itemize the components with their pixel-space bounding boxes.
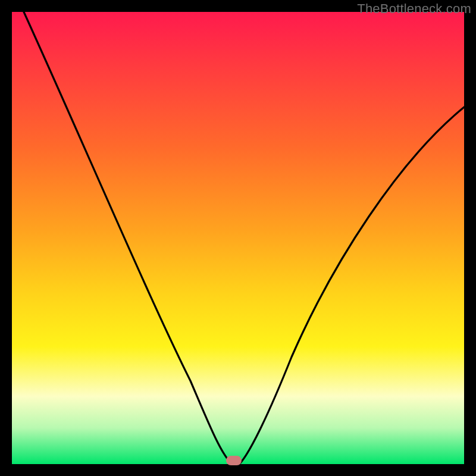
plot-area — [12, 12, 464, 464]
chart-frame: TheBottleneck.com — [0, 0, 476, 476]
bottleneck-curve — [12, 12, 464, 464]
